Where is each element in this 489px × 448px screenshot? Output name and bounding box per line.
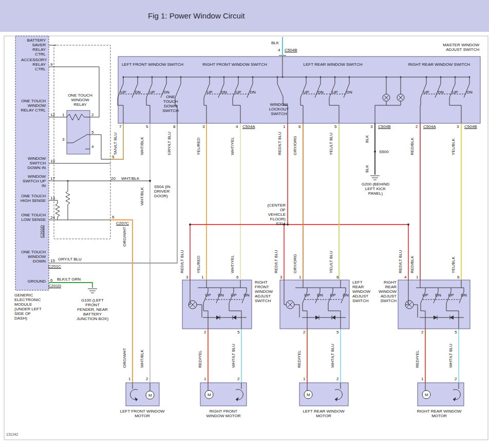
pin-number: 1	[283, 124, 285, 129]
wire-color-label: RED/LT BLU	[398, 250, 403, 274]
pin-number: 1	[128, 377, 130, 381]
pin-number: 9	[50, 62, 52, 67]
dn-label: DN	[220, 90, 228, 95]
pin-number: 6	[112, 215, 114, 219]
up-label: UP	[303, 293, 311, 297]
pin-number: 8	[173, 124, 175, 129]
pin-number: 5	[112, 155, 114, 159]
pin-number: 5	[455, 330, 457, 334]
up-label: UP	[329, 293, 337, 297]
pin-number: 3	[202, 124, 204, 129]
motor-name-label: LEFT REAR WINDOW MOTOR	[300, 409, 347, 418]
pin-number: 15	[50, 258, 55, 263]
wire-color-label: GRY/ORG	[293, 254, 297, 273]
up-label: UP	[234, 90, 242, 95]
wire-color-label: YEL/BLK	[451, 139, 456, 155]
wiring-diagram-page: Fig 1: Power Window Circuit	[0, 0, 489, 448]
pin-number: 5	[334, 124, 336, 129]
motor-name-label: LEFT FRONT WINDOW MOTOR	[119, 409, 165, 418]
wire-color-label: WHT/LT BLU	[330, 344, 335, 368]
wire-color-label: RED/YEL	[198, 350, 202, 368]
pin-number: 4	[236, 124, 238, 129]
pin-number: 6	[236, 275, 238, 279]
motor-name-label: RIGHT REAR WINDOW MOTOR	[416, 409, 462, 418]
wire-color-label: TAN/LT BLU	[113, 133, 118, 155]
wire-color-label: ORG/WHT	[122, 227, 127, 247]
g100-label: G100 (LEFT FRONT FENDER, NEAR BATTERY JU…	[76, 298, 109, 321]
wire-color-label: YEL/LT BLU	[329, 251, 333, 273]
pin-number: 17	[50, 176, 55, 181]
wire-color-label: WHT/YEL	[230, 255, 235, 273]
switch-section-label: RIGHT REAR WINDOW SWITCH	[403, 62, 475, 67]
module-pin-label: WINDOW SWITCH DOWN IN	[19, 156, 46, 170]
g200-label: G200 (BEHIND LEFT KICK PANEL)	[359, 182, 392, 196]
dn-label: DN	[437, 90, 445, 95]
wire-color-label: GRY/ORG	[293, 136, 297, 155]
motor-symbols	[130, 383, 461, 401]
connector-label: C504A	[423, 124, 436, 129]
connector-label: C201D	[40, 225, 44, 238]
pin-number: 4	[278, 48, 280, 52]
up-label: UP	[422, 90, 430, 95]
wire-color-label: RED/BLK	[410, 138, 415, 155]
wire-color-label: BLK	[365, 165, 369, 173]
wire-color-label: WHT/BLK	[140, 349, 144, 368]
up-label: UP	[230, 293, 238, 297]
pin-number: 6	[457, 275, 459, 279]
pin-number: 10	[50, 159, 55, 163]
dn-label: DN	[345, 90, 353, 95]
pin-number: 2	[204, 330, 206, 334]
pin-number: 2	[455, 377, 457, 381]
pin-number: 1	[421, 377, 423, 381]
relay-title: ONE TOUCH WINDOW RELAY	[65, 93, 96, 107]
pin-number: 3	[280, 275, 282, 279]
dn-label: DN	[316, 90, 325, 95]
connector-label: C504B	[464, 124, 477, 129]
module-pin-label: GROUND	[19, 279, 46, 284]
pin-number: 3	[186, 275, 188, 279]
pin-number: 13	[50, 196, 55, 200]
pin-number: 1	[416, 275, 418, 279]
switch-section-label: LEFT FRONT WINDOW SWITCH	[117, 62, 189, 67]
wire-color-label: RED/YEL	[415, 350, 420, 368]
up-label: UP	[447, 293, 455, 297]
g100-ground-icon	[88, 289, 97, 293]
connector-label: C207C	[116, 221, 129, 226]
motor-m-label: M	[425, 393, 428, 397]
pin-number: 20	[111, 176, 116, 181]
pin-number: 2	[303, 330, 305, 334]
wire-color-label: WHT/LT BLU	[448, 344, 453, 368]
module-pin-label: WINDOW SWITCH UP IN	[19, 174, 46, 188]
connector-label: C504B	[285, 48, 297, 52]
pin-number: 1	[62, 113, 64, 117]
pin-number: 7	[119, 124, 121, 129]
motor-m-label: M	[307, 393, 310, 397]
up-label: UP	[204, 293, 212, 297]
wire-color-label: GRY/LT BLU	[167, 132, 172, 155]
wire-color-label: WHT/BLK	[121, 176, 140, 181]
wire-color-label: WHT/LT BLU	[231, 344, 236, 368]
motor-m-label: M	[148, 393, 152, 398]
pin-number: 2	[146, 377, 148, 381]
up-label: UP	[331, 90, 339, 95]
connector-label: C201D	[48, 284, 61, 288]
wire-color-label: RED/LT BLU	[277, 132, 282, 156]
wire-color-label: BLK/LT GRN	[57, 277, 81, 282]
dn-label: DN	[134, 90, 142, 95]
wire-color-label: ORG/WHT	[122, 348, 127, 368]
wire-color-label: YEL/RED	[196, 256, 201, 273]
module-pin-label: ONE TOUCH WINDOW RELAY CTRL	[19, 99, 46, 113]
wire-color-label: BLK	[365, 135, 369, 143]
dn-label: DN	[434, 293, 442, 297]
pin-number: 3	[457, 124, 459, 129]
wire-color-label: RED/YEL	[297, 350, 302, 368]
up-label: UP	[302, 90, 310, 95]
dn-label: DN	[316, 293, 324, 297]
connector-label: C504B	[378, 124, 390, 129]
connector-label: C201C	[48, 264, 61, 269]
dn-label: DN	[342, 293, 350, 297]
wire-color-label: WHT/YEL	[230, 137, 235, 155]
wire-color-label: WHT/BLK	[140, 137, 144, 155]
one-touch-down-switch-label: ONE TOUCH DOWN SWITCH	[161, 95, 180, 113]
motor-m-label: M	[208, 393, 211, 397]
